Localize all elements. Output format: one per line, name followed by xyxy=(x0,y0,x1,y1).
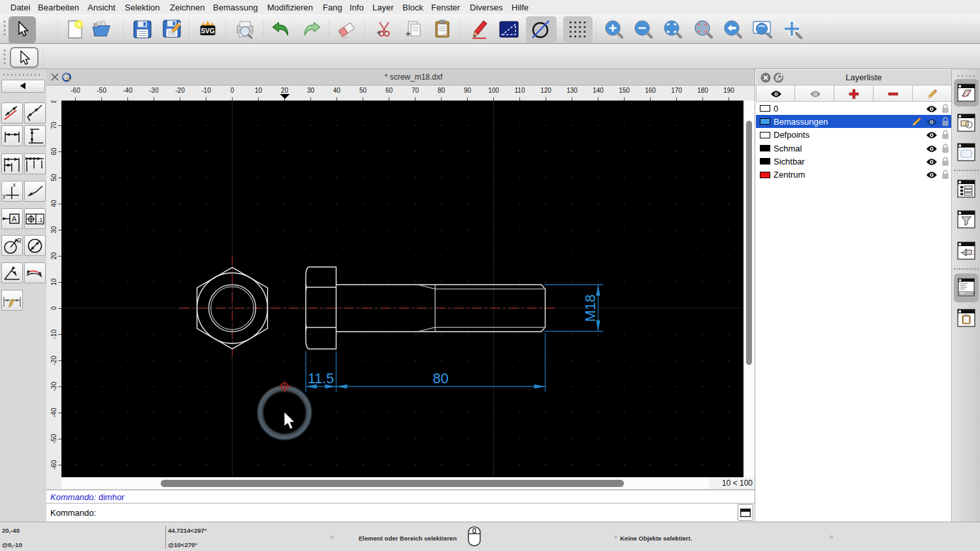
svg-text:11.5: 11.5 xyxy=(308,371,334,386)
svg-text:80: 80 xyxy=(433,371,449,386)
svg-text:SVG: SVG xyxy=(201,27,214,35)
svg-text:M18: M18 xyxy=(583,294,598,322)
svg-text:C command: C command xyxy=(961,291,975,294)
svg-text:R: R xyxy=(17,238,22,245)
svg-text:y: y xyxy=(3,193,6,199)
svg-text:x: x xyxy=(13,181,16,188)
svg-text:.1: .1 xyxy=(37,216,42,223)
svg-text:A: A xyxy=(12,215,17,223)
